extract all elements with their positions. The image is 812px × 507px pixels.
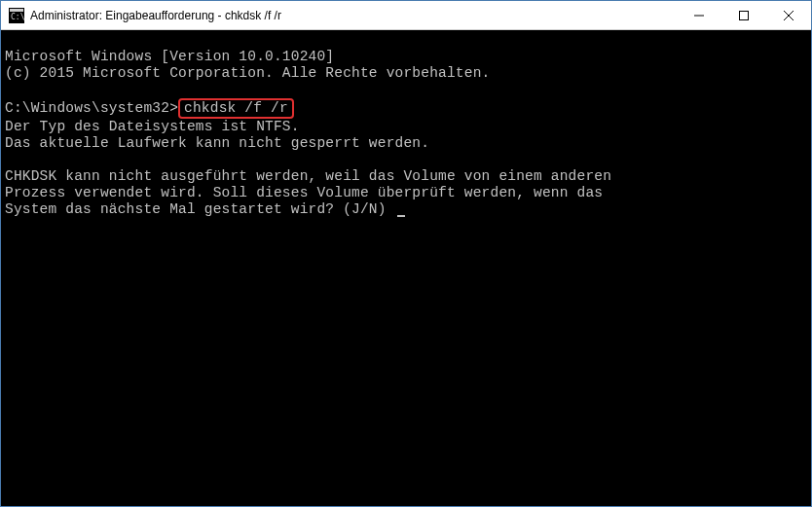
svg-rect-4 (740, 11, 749, 19)
svg-rect-1 (10, 9, 23, 12)
titlebar[interactable]: C:\ Administrator: Eingabeaufforderung -… (1, 1, 811, 30)
terminal-line: Microsoft Windows [Version 10.0.10240] (5, 49, 334, 64)
terminal-output[interactable]: Microsoft Windows [Version 10.0.10240] (… (1, 30, 811, 506)
close-button[interactable] (766, 1, 811, 29)
minimize-button[interactable] (677, 1, 721, 29)
svg-text:C:\: C:\ (11, 13, 24, 21)
question-text: System das nächste Mal gestartet wird? (… (5, 201, 395, 217)
terminal-line: Prozess verwendet wird. Soll dieses Volu… (5, 185, 603, 200)
terminal-line: Der Typ des Dateisystems ist NTFS. (5, 119, 300, 134)
terminal-line: CHKDSK kann nicht ausgeführt werden, wei… (5, 168, 611, 184)
terminal-line: (c) 2015 Microsoft Corporation. Alle Rec… (5, 65, 490, 81)
highlighted-command: chkdsk /f /r (178, 98, 294, 119)
prompt-text: C:\Windows\system32> (5, 100, 178, 116)
window-controls (677, 1, 811, 29)
window-title: Administrator: Eingabeaufforderung - chk… (30, 9, 677, 22)
terminal-line: Das aktuelle Laufwerk kann nicht gesperr… (5, 135, 429, 151)
terminal-prompt-question: System das nächste Mal gestartet wird? (… (5, 201, 405, 217)
maximize-button[interactable] (721, 1, 766, 29)
cmd-icon: C:\ (9, 8, 24, 23)
command-prompt-window: C:\ Administrator: Eingabeaufforderung -… (0, 0, 812, 507)
terminal-prompt-line: C:\Windows\system32>chkdsk /f /r (5, 100, 294, 116)
cursor (397, 215, 405, 217)
